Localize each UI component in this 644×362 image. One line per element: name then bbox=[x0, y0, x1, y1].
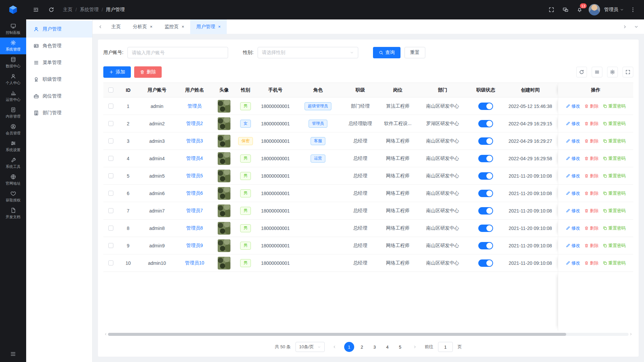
row-checkbox[interactable] bbox=[108, 173, 113, 178]
row-checkbox[interactable] bbox=[108, 104, 113, 109]
breadcrumb-item[interactable]: 主页 bbox=[63, 7, 72, 13]
row-checkbox[interactable] bbox=[108, 138, 113, 143]
reset-password-button[interactable]: 重置密码 bbox=[603, 173, 626, 179]
submenu-item-dept[interactable]: 部门管理 bbox=[26, 105, 92, 121]
delete-row-button[interactable]: 删除 bbox=[584, 156, 599, 162]
reset-button[interactable]: 重置 bbox=[405, 47, 425, 58]
account-input[interactable] bbox=[127, 47, 228, 58]
submenu-item-role[interactable]: 角色管理 bbox=[26, 38, 92, 54]
tabs-scroll-left-icon[interactable] bbox=[95, 22, 105, 32]
more-menu-icon[interactable] bbox=[628, 5, 638, 15]
screen-lock-icon[interactable] bbox=[560, 5, 571, 15]
sidebar-item-user[interactable]: 个人中心 bbox=[0, 71, 26, 88]
user-avatar[interactable] bbox=[589, 4, 600, 15]
tab-2[interactable]: 监控页× bbox=[159, 19, 191, 34]
user-name-link[interactable]: 管理员2 bbox=[186, 121, 203, 127]
page-size-select[interactable]: 10条/页 bbox=[296, 342, 325, 352]
tab-close-icon[interactable]: × bbox=[150, 24, 153, 29]
delete-row-button[interactable]: 删除 bbox=[584, 260, 599, 266]
delete-row-button[interactable]: 删除 bbox=[584, 243, 599, 249]
app-logo[interactable] bbox=[0, 0, 26, 19]
status-toggle[interactable] bbox=[478, 207, 493, 215]
sidebar-item-data[interactable]: 数据中心 bbox=[0, 54, 26, 71]
user-name-link[interactable]: 管理员7 bbox=[186, 208, 203, 214]
sidebar-item-docs[interactable]: 开发文档 bbox=[0, 205, 26, 222]
sidebar-item-settings[interactable]: 系统设置 bbox=[0, 138, 26, 155]
sidebar-item-member[interactable]: 会员管理 bbox=[0, 121, 26, 138]
user-name-link[interactable]: 管理员4 bbox=[186, 156, 203, 162]
reset-password-button[interactable]: 重置密码 bbox=[603, 190, 626, 196]
status-toggle[interactable] bbox=[478, 259, 493, 267]
status-toggle[interactable] bbox=[478, 120, 493, 127]
sidebar-item-ops[interactable]: 运营中心 bbox=[0, 88, 26, 105]
tabs-scroll-right-icon[interactable] bbox=[620, 22, 630, 32]
user-name-link[interactable]: 管理员9 bbox=[186, 243, 203, 249]
reset-password-button[interactable]: 重置密码 bbox=[603, 156, 626, 162]
delete-row-button[interactable]: 删除 bbox=[584, 103, 599, 109]
column-settings-icon[interactable] bbox=[607, 67, 618, 77]
next-page-button[interactable] bbox=[410, 342, 420, 352]
reset-password-button[interactable]: 重置密码 bbox=[603, 138, 626, 144]
notifications-button[interactable]: 13 bbox=[575, 5, 585, 15]
sidebar-item-dashboard[interactable]: 控制面板 bbox=[0, 21, 26, 38]
goto-page-input[interactable] bbox=[438, 342, 453, 352]
status-toggle[interactable] bbox=[478, 155, 493, 162]
edit-button[interactable]: 修改 bbox=[566, 225, 580, 231]
user-name-link[interactable]: 管理员 bbox=[187, 103, 202, 109]
reset-password-button[interactable]: 重置密码 bbox=[603, 243, 626, 249]
status-toggle[interactable] bbox=[478, 103, 493, 110]
fullscreen-icon[interactable] bbox=[546, 5, 556, 15]
user-name-link[interactable]: 管理员8 bbox=[186, 225, 203, 231]
user-menu[interactable]: 管理员 bbox=[604, 7, 624, 13]
density-icon[interactable] bbox=[592, 67, 602, 77]
select-all-checkbox[interactable] bbox=[108, 87, 113, 93]
edit-button[interactable]: 修改 bbox=[566, 243, 580, 249]
submenu-item-menu[interactable]: 菜单管理 bbox=[26, 54, 92, 71]
delete-row-button[interactable]: 删除 bbox=[584, 173, 599, 179]
user-name-link[interactable]: 管理员10 bbox=[185, 260, 204, 266]
sidebar-item-system[interactable]: 系统管理 bbox=[0, 38, 26, 54]
row-checkbox[interactable] bbox=[108, 156, 113, 161]
edit-button[interactable]: 修改 bbox=[566, 121, 580, 127]
edit-button[interactable]: 修改 bbox=[566, 138, 580, 144]
page-button-1[interactable]: 1 bbox=[344, 342, 354, 352]
scrollbar-thumb[interactable] bbox=[108, 333, 566, 336]
edit-button[interactable]: 修改 bbox=[566, 260, 580, 266]
edit-button[interactable]: 修改 bbox=[566, 103, 580, 109]
user-name-link[interactable]: 管理员5 bbox=[186, 173, 203, 179]
collapse-sidebar-icon[interactable] bbox=[31, 5, 41, 15]
prev-page-button[interactable] bbox=[329, 342, 339, 352]
add-button[interactable]: 添加 bbox=[103, 66, 131, 78]
reset-password-button[interactable]: 重置密码 bbox=[603, 225, 626, 231]
tabs-menu-icon[interactable] bbox=[631, 22, 641, 32]
page-button-3[interactable]: 3 bbox=[370, 342, 380, 352]
edit-button[interactable]: 修改 bbox=[566, 190, 580, 196]
user-name-link[interactable]: 管理员6 bbox=[186, 190, 203, 196]
tab-close-icon[interactable]: × bbox=[182, 24, 184, 29]
gender-select[interactable]: 请选择性别 bbox=[258, 47, 358, 58]
sidebar-item-globe[interactable]: 官网地址 bbox=[0, 172, 26, 188]
reset-password-button[interactable]: 重置密码 bbox=[603, 121, 626, 127]
tab-0[interactable]: 主页 bbox=[105, 19, 127, 34]
sidebar-item-tools[interactable]: 系统工具 bbox=[0, 155, 26, 172]
edit-button[interactable]: 修改 bbox=[566, 208, 580, 214]
user-name-link[interactable]: 管理员3 bbox=[186, 138, 203, 144]
submenu-item-rank[interactable]: 职级管理 bbox=[26, 71, 92, 88]
scroll-right-icon[interactable] bbox=[629, 333, 633, 336]
refresh-table-icon[interactable] bbox=[576, 67, 587, 77]
reset-password-button[interactable]: 重置密码 bbox=[603, 103, 626, 109]
delete-row-button[interactable]: 删除 bbox=[584, 138, 599, 144]
delete-row-button[interactable]: 删除 bbox=[584, 208, 599, 214]
status-toggle[interactable] bbox=[478, 172, 493, 180]
refresh-page-icon[interactable] bbox=[46, 5, 56, 15]
submenu-item-user[interactable]: 用户管理 bbox=[26, 21, 92, 38]
row-checkbox[interactable] bbox=[108, 208, 113, 213]
status-toggle[interactable] bbox=[478, 190, 493, 197]
edit-button[interactable]: 修改 bbox=[566, 173, 580, 179]
search-button[interactable]: 查询 bbox=[373, 47, 400, 58]
tab-close-icon[interactable]: × bbox=[218, 24, 221, 29]
reset-password-button[interactable]: 重置密码 bbox=[603, 260, 626, 266]
submenu-item-post[interactable]: 岗位管理 bbox=[26, 88, 92, 105]
sidebar-item-content[interactable]: 内容管理 bbox=[0, 105, 26, 121]
row-checkbox[interactable] bbox=[108, 243, 113, 248]
